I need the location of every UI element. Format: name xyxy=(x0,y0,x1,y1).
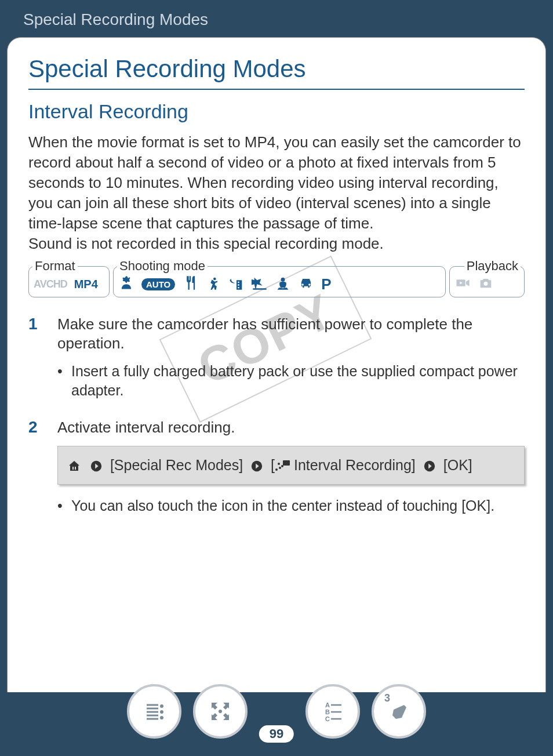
playback-label: Playback xyxy=(464,259,521,274)
svg-point-8 xyxy=(278,463,280,465)
svg-point-6 xyxy=(275,468,278,471)
nav-item-interval-prefix: [ xyxy=(271,457,275,473)
chapter-badge: 3 xyxy=(384,692,390,704)
playback-photo-icon xyxy=(478,275,494,295)
step-title: Activate interval recording. xyxy=(57,418,525,438)
snow-icon xyxy=(275,275,291,295)
svg-point-2 xyxy=(484,281,488,285)
macro-flower-icon xyxy=(118,275,134,295)
arrow-icon xyxy=(250,460,263,472)
format-label: Format xyxy=(32,259,78,274)
beach-icon xyxy=(252,275,268,295)
step-2: 2 Activate interval recording. [Special … xyxy=(28,418,525,524)
step-bullet: • You can also touch the icon in the cen… xyxy=(57,496,525,515)
step-bullet: • Insert a fully charged battery pack or… xyxy=(57,362,525,399)
nav-item-special-rec: [Special Rec Modes] xyxy=(110,457,243,473)
page-number: 99 xyxy=(257,724,296,744)
step-number: 1 xyxy=(28,315,57,408)
nav-item-interval-text: Interval Recording] xyxy=(290,457,416,473)
sports-icon xyxy=(205,275,221,295)
format-group: Format AVCHD MP4 xyxy=(28,266,110,297)
steps-list: 1 Make sure the camcorder has sufficient… xyxy=(28,315,525,524)
page-content: Special Recording Modes Interval Recordi… xyxy=(7,37,546,721)
svg-point-17 xyxy=(161,711,163,713)
mode-compatibility-row: Format AVCHD MP4 Shooting mode AUTO xyxy=(28,266,525,297)
fullscreen-button[interactable] xyxy=(193,684,248,739)
arrow-icon xyxy=(423,460,436,472)
cutlery-icon xyxy=(182,275,198,295)
svg-point-19 xyxy=(219,710,222,713)
step-title: Make sure the camcorder has sufficient p… xyxy=(57,315,525,354)
format-avchd: AVCHD xyxy=(34,278,67,290)
auto-mode-icon: AUTO xyxy=(141,278,175,290)
header-breadcrumb: Special Recording Modes xyxy=(0,0,553,37)
index-button[interactable]: A B C xyxy=(305,684,360,739)
toc-button[interactable] xyxy=(127,684,181,739)
bullet-text: You can also touch the icon in the cente… xyxy=(71,496,494,515)
bullet-text: Insert a fully charged battery pack or u… xyxy=(71,362,525,399)
svg-text:B: B xyxy=(325,708,330,715)
step-number: 2 xyxy=(28,418,57,524)
svg-rect-5 xyxy=(283,460,290,466)
home-icon xyxy=(67,459,81,473)
svg-point-0 xyxy=(281,277,285,281)
step-1: 1 Make sure the camcorder has sufficient… xyxy=(28,315,525,408)
svg-point-9 xyxy=(281,465,283,467)
svg-text:C: C xyxy=(325,715,330,722)
format-mp4: MP4 xyxy=(74,278,98,291)
section-subtitle: Interval Recording xyxy=(28,100,525,123)
interval-dots-icon xyxy=(275,460,290,472)
playback-group: Playback xyxy=(449,266,525,297)
intro-text-1: When the movie format is set to MP4, you… xyxy=(28,133,521,232)
night-building-icon xyxy=(228,275,245,295)
svg-point-16 xyxy=(161,706,163,707)
intro-paragraph: When the movie format is set to MP4, you… xyxy=(28,132,525,255)
shooting-mode-group: Shooting mode AUTO xyxy=(113,266,446,297)
svg-point-18 xyxy=(161,717,163,719)
arrow-icon xyxy=(90,460,103,472)
page-title: Special Recording Modes xyxy=(28,55,525,90)
p-mode-icon: P xyxy=(321,275,331,293)
svg-point-7 xyxy=(279,467,281,469)
playback-video-icon xyxy=(454,275,471,295)
shooting-mode-label: Shooting mode xyxy=(117,259,208,274)
navigation-path-box: [Special Rec Modes] [ Interval Recording… xyxy=(57,446,525,485)
chapter-button[interactable]: 3 xyxy=(372,684,426,739)
nav-item-ok: [OK] xyxy=(443,457,472,473)
car-icon xyxy=(298,275,314,295)
intro-text-2: Sound is not recorded in this special re… xyxy=(28,235,384,252)
svg-text:A: A xyxy=(325,702,330,708)
